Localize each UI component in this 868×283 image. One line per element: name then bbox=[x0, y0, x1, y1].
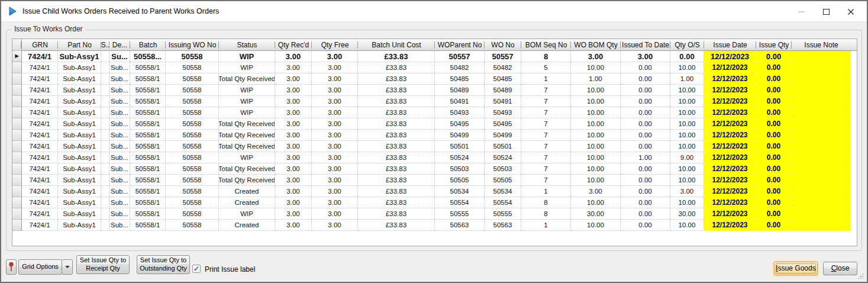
grid-cell[interactable]: 7424/1 bbox=[22, 130, 58, 141]
grid-cell[interactable]: 10.00 bbox=[670, 62, 704, 73]
grid-cell[interactable]: 50485 bbox=[485, 73, 521, 85]
grid-cell[interactable] bbox=[792, 186, 851, 197]
grid-cell[interactable]: 10.00 bbox=[571, 197, 621, 208]
column-header-bom-seq-no[interactable]: BOM Seq No bbox=[521, 39, 571, 51]
grid-cell[interactable]: Sub-Assy1 bbox=[58, 96, 101, 107]
grid-cell[interactable]: 0.00 bbox=[621, 62, 670, 73]
grid-cell[interactable]: WIP bbox=[219, 85, 275, 96]
grid-cell[interactable]: 50558/1 bbox=[130, 175, 166, 186]
grid-cell[interactable]: 0.00 bbox=[756, 208, 792, 220]
grid-cell[interactable]: 50493 bbox=[435, 107, 485, 118]
grid-cell[interactable]: Sub-Assy1 bbox=[58, 118, 101, 130]
grid-cell[interactable]: 0.00 bbox=[756, 73, 792, 85]
grid-cell[interactable]: 50558/1 bbox=[130, 73, 166, 85]
grid-cell[interactable]: Sub-Assy1 bbox=[58, 208, 101, 220]
grid-cell[interactable] bbox=[792, 141, 851, 152]
grid-cell[interactable]: 50557 bbox=[485, 51, 521, 62]
grid-cell[interactable]: 50491 bbox=[435, 96, 485, 107]
grid-cell[interactable]: 7424/1 bbox=[22, 51, 58, 62]
grid-cell[interactable]: Sub... bbox=[109, 85, 130, 96]
grid-cell[interactable]: 50534 bbox=[485, 186, 521, 197]
row-selector[interactable] bbox=[12, 197, 22, 208]
grid-cell[interactable]: 12/12/2023 bbox=[704, 73, 756, 85]
grid-options-button[interactable]: Grid Options bbox=[18, 259, 62, 275]
grid-cell[interactable]: Created bbox=[219, 186, 275, 197]
grid-cell[interactable]: 7 bbox=[521, 152, 571, 163]
column-header-de[interactable]: De... bbox=[109, 39, 130, 51]
grid-cell[interactable]: Sub... bbox=[109, 152, 130, 163]
grid-cell[interactable]: 3.00 bbox=[571, 186, 621, 197]
grid-cell[interactable]: 1 bbox=[521, 73, 571, 85]
grid-cell[interactable]: 10.00 bbox=[571, 152, 621, 163]
grid-cell[interactable]: 50505 bbox=[485, 175, 521, 186]
grid-cell[interactable]: 50558/1 bbox=[130, 163, 166, 175]
grid-cell[interactable]: 3.00 bbox=[670, 186, 704, 197]
grid-cell[interactable]: 3.00 bbox=[275, 186, 312, 197]
print-issue-label-checkbox[interactable]: ✓ bbox=[192, 265, 201, 273]
grid-cell[interactable]: 50558 bbox=[166, 152, 219, 163]
grid-cell[interactable]: £33.83 bbox=[358, 197, 435, 208]
grid-cell[interactable]: 7424/1 bbox=[22, 118, 58, 130]
grid-cell[interactable]: 50558 bbox=[166, 186, 219, 197]
table-row[interactable]: 7424/1Sub-Assy1Sub...50558/150558Total Q… bbox=[12, 141, 857, 152]
grid-cell[interactable]: 10.00 bbox=[670, 175, 704, 186]
grid-cell[interactable]: 0.00 bbox=[621, 96, 670, 107]
column-header-batch[interactable]: Batch bbox=[130, 39, 166, 51]
grid-cell[interactable]: 50489 bbox=[435, 85, 485, 96]
grid-cell[interactable] bbox=[101, 152, 109, 163]
grid-cell[interactable]: 10.00 bbox=[571, 118, 621, 130]
grid-cell[interactable]: Total Qty Received bbox=[219, 118, 275, 130]
grid-cell[interactable]: 7 bbox=[521, 118, 571, 130]
grid-cell[interactable]: 0.00 bbox=[621, 130, 670, 141]
grid-cell[interactable] bbox=[101, 186, 109, 197]
grid-cell[interactable] bbox=[792, 220, 851, 231]
grid-cell[interactable]: 10.00 bbox=[670, 96, 704, 107]
grid-cell[interactable]: £33.83 bbox=[358, 186, 435, 197]
grid-cell[interactable]: 50491 bbox=[485, 96, 521, 107]
grid-cell[interactable]: 50558/1 bbox=[130, 152, 166, 163]
grid-cell[interactable] bbox=[792, 208, 851, 220]
grid-cell[interactable]: 3.00 bbox=[275, 208, 312, 220]
table-row[interactable]: 7424/1Sub-Assy1Sub...50558/150558WIP3.00… bbox=[12, 208, 857, 220]
grid-cell[interactable]: 3.00 bbox=[312, 208, 358, 220]
issue-goods-button[interactable]: Issue Goods bbox=[774, 262, 818, 275]
grid-cell[interactable]: WIP bbox=[219, 107, 275, 118]
table-row[interactable]: 7424/1Sub-Assy1Sub...50558/150558WIP3.00… bbox=[12, 96, 857, 107]
grid-cell[interactable]: 0.00 bbox=[621, 175, 670, 186]
grid-cell[interactable]: Sub-Assy1 bbox=[58, 175, 101, 186]
grid-cell[interactable]: 50489 bbox=[485, 85, 521, 96]
grid-cell[interactable]: 3.00 bbox=[275, 163, 312, 175]
grid-cell[interactable]: Sub-Assy1 bbox=[58, 73, 101, 85]
table-row[interactable]: 7424/1Sub-Assy1Sub...50558/150558WIP3.00… bbox=[12, 85, 857, 96]
grid-cell[interactable]: 50558 bbox=[166, 73, 219, 85]
grid-cell[interactable]: 50558 bbox=[166, 96, 219, 107]
grid-cell[interactable]: 50558/1 bbox=[130, 107, 166, 118]
column-header-qty-rec-d[interactable]: Qty Rec'd bbox=[275, 39, 312, 51]
grid-cell[interactable]: 50524 bbox=[485, 152, 521, 163]
grid-cell[interactable]: Sub... bbox=[109, 118, 130, 130]
grid-cell[interactable]: 1 bbox=[521, 186, 571, 197]
grid-cell[interactable]: 50563 bbox=[485, 220, 521, 231]
grid-cell[interactable]: 10.00 bbox=[670, 130, 704, 141]
grid-cell[interactable]: Sub-Assy1 bbox=[58, 85, 101, 96]
grid-cell[interactable]: 50558 bbox=[166, 130, 219, 141]
close-dialog-button[interactable]: Close bbox=[823, 262, 857, 275]
grid-cell[interactable]: Sub-Assy1 bbox=[58, 107, 101, 118]
grid-cell[interactable]: 10.00 bbox=[571, 130, 621, 141]
grid-cell[interactable]: 7424/1 bbox=[22, 96, 58, 107]
grid-cell[interactable]: 10.00 bbox=[670, 220, 704, 231]
grid-cell[interactable]: £33.83 bbox=[358, 85, 435, 96]
resize-grip[interactable] bbox=[857, 272, 863, 279]
grid-cell[interactable]: WIP bbox=[219, 51, 275, 62]
grid-cell[interactable]: 7424/1 bbox=[22, 220, 58, 231]
grid-cell[interactable]: Sub... bbox=[109, 220, 130, 231]
grid-cell[interactable]: 50505 bbox=[435, 175, 485, 186]
table-row[interactable]: 7424/1Sub-Assy1Sub...50558/150558Total Q… bbox=[12, 118, 857, 130]
grid-cell[interactable]: Sub-Assy1 bbox=[58, 163, 101, 175]
grid-cell[interactable] bbox=[792, 197, 851, 208]
grid-cell[interactable]: 0.00 bbox=[621, 163, 670, 175]
grid-cell[interactable]: 12/12/2023 bbox=[704, 51, 756, 62]
grid-cell[interactable]: Created bbox=[219, 220, 275, 231]
grid-cell[interactable]: 0.00 bbox=[756, 107, 792, 118]
grid-cell[interactable] bbox=[101, 51, 109, 62]
